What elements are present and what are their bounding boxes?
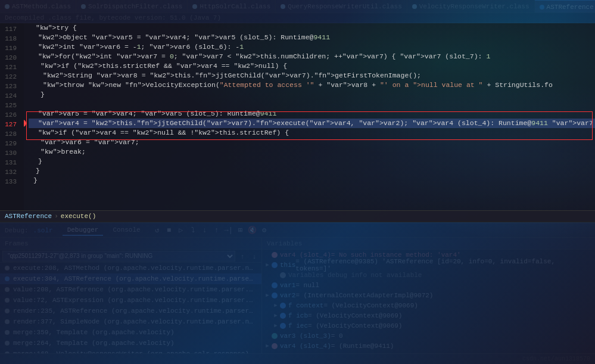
code-line: "kw">if ("kw2">this.strictRef && "var">v…: [29, 61, 595, 71]
code-line: "kw">if ("var">var4 == "kw2">null && !"k…: [29, 128, 595, 138]
line-number: 133: [0, 177, 20, 186]
line-number: 117: [0, 24, 20, 34]
code-line: "kw">throw "kw">new "fn">VelocityExcepti…: [29, 80, 595, 90]
line-number: 119: [0, 43, 20, 53]
line-number: 128: [0, 129, 20, 139]
line-number: 118: [0, 34, 20, 43]
line-number: 127: [0, 120, 20, 129]
code-content: "kw">try {"kw2">Object "var">var5 = "var…: [24, 23, 595, 210]
line-number: 121: [0, 63, 20, 72]
code-line: "var">var6 = "var">var7;: [29, 138, 595, 147]
line-number: 123: [0, 82, 20, 91]
code-line: }: [29, 157, 595, 166]
line-number: 120: [0, 53, 20, 63]
code-line: }: [29, 176, 595, 185]
breakpoint-icon: [24, 120, 26, 127]
editor-area: 1171181191201211221231241251261271281291…: [0, 23, 595, 210]
line-number: 130: [0, 148, 20, 158]
ide-container: ASTMethod.classSolrDispatchFilter.classH…: [0, 0, 595, 364]
line-number: 122: [0, 72, 20, 82]
line-number: 124: [0, 91, 20, 101]
line-numbers: 1171181191201211221231241251261271281291…: [0, 23, 24, 210]
code-line: "kw">try {: [29, 23, 595, 33]
line-number: 132: [0, 167, 20, 177]
code-line: "var">var5 = "var">var4; "var">var5 (slo…: [29, 109, 595, 119]
code-line: [29, 99, 595, 109]
line-number: 125: [0, 101, 20, 110]
code-line: "kw2">String "var">var8 = "kw2">this."fn…: [29, 71, 595, 80]
line-number: 129: [0, 139, 20, 148]
code-line: "kw2">Object "var">var5 = "var">var4; "v…: [29, 33, 595, 42]
breadcrumb-class: ASTReference: [5, 213, 52, 220]
code-line: "kw">for("kw2">int "var">var7 = 0; "var"…: [29, 52, 595, 61]
code-line: "kw">break;: [29, 147, 595, 157]
breadcrumb-method: execute(): [61, 213, 96, 220]
code-line: "kw2">int "var">var6 = -1; "var">var6 (s…: [29, 42, 595, 52]
line-number: 131: [0, 158, 20, 167]
line-number: 126: [0, 110, 20, 120]
breadcrumb-separator: ›: [54, 213, 58, 220]
code-line: }: [29, 90, 595, 99]
code-line: "var">var4 = "kw2">this."fn">jjtGetChild…: [29, 119, 595, 128]
code-line: }: [29, 166, 595, 176]
